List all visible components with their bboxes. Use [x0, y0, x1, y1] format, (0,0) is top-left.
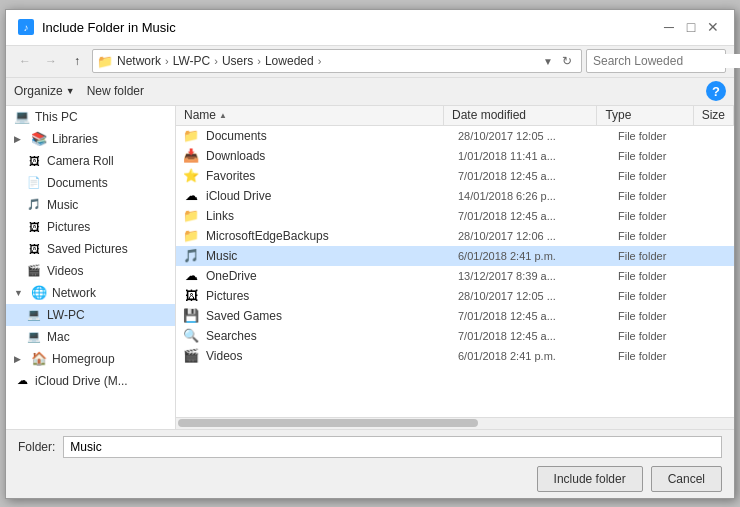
file-type-icon: 📁 — [183, 128, 199, 144]
file-date: 6/01/2018 2:41 p.m. — [458, 350, 618, 362]
file-name: Saved Games — [206, 309, 458, 323]
table-row[interactable]: ☁ iCloud Drive 14/01/2018 6:26 p... File… — [176, 186, 734, 206]
documents-icon: 📄 — [26, 175, 42, 191]
table-row[interactable]: 📥 Downloads 1/01/2018 11:41 a... File fo… — [176, 146, 734, 166]
sidebar-item-pictures[interactable]: 🖼 Pictures — [6, 216, 175, 238]
file-date: 14/01/2018 6:26 p... — [458, 190, 618, 202]
lw-pc-icon: 💻 — [26, 307, 42, 323]
sidebar-item-network[interactable]: ▼ 🌐 Network — [6, 282, 175, 304]
sidebar-label-this-pc: This PC — [35, 110, 78, 124]
sidebar-item-homegroup[interactable]: ▶ 🏠 Homegroup — [6, 348, 175, 370]
file-name: MicrosoftEdgeBackups — [206, 229, 458, 243]
file-type: File folder — [618, 350, 718, 362]
search-bar[interactable]: 🔍 — [586, 49, 726, 73]
table-row[interactable]: 📁 MicrosoftEdgeBackups 28/10/2017 12:06 … — [176, 226, 734, 246]
file-date: 6/01/2018 2:41 p.m. — [458, 250, 618, 262]
homegroup-icon: 🏠 — [31, 351, 47, 367]
file-icon-col: 🖼 — [176, 288, 206, 304]
new-folder-button[interactable]: New folder — [87, 84, 144, 98]
sidebar-item-libraries[interactable]: ▶ 📚 Libraries — [6, 128, 175, 150]
col-size-label: Size — [702, 108, 725, 122]
libraries-expand-icon: ▶ — [14, 134, 26, 144]
file-icon-col: 💾 — [176, 308, 206, 324]
file-type-icon: 📁 — [183, 228, 199, 244]
table-row[interactable]: 📁 Links 7/01/2018 12:45 a... File folder — [176, 206, 734, 226]
search-input[interactable] — [593, 54, 740, 68]
file-type-icon: 📥 — [183, 148, 199, 164]
table-row[interactable]: 📁 Documents 28/10/2017 12:05 ... File fo… — [176, 126, 734, 146]
refresh-button[interactable]: ↻ — [557, 51, 577, 71]
close-button[interactable]: ✕ — [704, 18, 722, 36]
file-icon-col: 📁 — [176, 128, 206, 144]
mac-icon: 💻 — [26, 329, 42, 345]
file-date: 7/01/2018 12:45 a... — [458, 170, 618, 182]
file-date: 13/12/2017 8:39 a... — [458, 270, 618, 282]
file-name: OneDrive — [206, 269, 458, 283]
sidebar-label-saved-pictures: Saved Pictures — [47, 242, 128, 256]
file-type: File folder — [618, 190, 718, 202]
file-type: File folder — [618, 330, 718, 342]
camera-roll-icon: 🖼 — [26, 153, 42, 169]
table-row[interactable]: 🎬 Videos 6/01/2018 2:41 p.m. File folder — [176, 346, 734, 366]
title-bar: ♪ Include Folder in Music ─ □ ✕ — [6, 10, 734, 46]
col-header-size[interactable]: Size — [694, 106, 734, 125]
h-scroll-thumb[interactable] — [178, 419, 478, 427]
file-type-icon: 🎵 — [183, 248, 199, 264]
address-bar[interactable]: 📁 Network › LW-PC › Users › Loweded › ▼ … — [92, 49, 582, 73]
sidebar-label-network: Network — [52, 286, 96, 300]
file-date: 1/01/2018 11:41 a... — [458, 150, 618, 162]
maximize-button[interactable]: □ — [682, 18, 700, 36]
sidebar-item-videos[interactable]: 🎬 Videos — [6, 260, 175, 282]
file-type-icon: 🔍 — [183, 328, 199, 344]
include-folder-button[interactable]: Include folder — [537, 466, 643, 492]
sidebar-item-camera-roll[interactable]: 🖼 Camera Roll — [6, 150, 175, 172]
breadcrumb-loweded[interactable]: Loweded — [265, 54, 314, 68]
cancel-button[interactable]: Cancel — [651, 466, 722, 492]
file-list-header: Name ▲ Date modified Type Size — [176, 106, 734, 126]
sidebar-label-music: Music — [47, 198, 78, 212]
breadcrumb-users[interactable]: Users — [222, 54, 253, 68]
file-type-icon: 🖼 — [183, 288, 199, 304]
table-row[interactable]: 💾 Saved Games 7/01/2018 12:45 a... File … — [176, 306, 734, 326]
file-date: 7/01/2018 12:45 a... — [458, 210, 618, 222]
saved-pictures-icon: 🖼 — [26, 241, 42, 257]
sidebar-item-saved-pictures[interactable]: 🖼 Saved Pictures — [6, 238, 175, 260]
organize-button[interactable]: Organize ▼ — [14, 84, 75, 98]
homegroup-expand-icon: ▶ — [14, 354, 26, 364]
table-row[interactable]: 🎵 Music 6/01/2018 2:41 p.m. File folder — [176, 246, 734, 266]
sidebar-item-documents[interactable]: 📄 Documents — [6, 172, 175, 194]
sidebar-item-music[interactable]: 🎵 Music — [6, 194, 175, 216]
file-icon-col: 🎬 — [176, 348, 206, 364]
icloud-icon: ☁ — [14, 373, 30, 389]
file-type-icon: ⭐ — [183, 168, 199, 184]
sidebar-label-libraries: Libraries — [52, 132, 98, 146]
breadcrumb-network[interactable]: Network — [117, 54, 161, 68]
back-button[interactable]: ← — [14, 50, 36, 72]
table-row[interactable]: 🔍 Searches 7/01/2018 12:45 a... File fol… — [176, 326, 734, 346]
help-button[interactable]: ? — [706, 81, 726, 101]
col-header-date[interactable]: Date modified — [444, 106, 597, 125]
table-row[interactable]: ⭐ Favorites 7/01/2018 12:45 a... File fo… — [176, 166, 734, 186]
sidebar-item-mac[interactable]: 💻 Mac — [6, 326, 175, 348]
file-type: File folder — [618, 130, 718, 142]
sidebar-item-icloud[interactable]: ☁ iCloud Drive (M... — [6, 370, 175, 392]
col-header-name[interactable]: Name ▲ — [176, 106, 444, 125]
col-header-type[interactable]: Type — [597, 106, 693, 125]
table-row[interactable]: 🖼 Pictures 28/10/2017 12:05 ... File fol… — [176, 286, 734, 306]
sidebar-item-this-pc[interactable]: 💻 This PC — [6, 106, 175, 128]
minimize-button[interactable]: ─ — [660, 18, 678, 36]
table-row[interactable]: ☁ OneDrive 13/12/2017 8:39 a... File fol… — [176, 266, 734, 286]
up-button[interactable]: ↑ — [66, 50, 88, 72]
address-dropdown-icon[interactable]: ▼ — [543, 56, 553, 67]
sidebar-item-lw-pc[interactable]: 💻 LW-PC — [6, 304, 175, 326]
folder-input[interactable] — [63, 436, 722, 458]
horizontal-scrollbar[interactable] — [176, 417, 734, 429]
sidebar: 💻 This PC ▶ 📚 Libraries 🖼 Camera Roll 📄 … — [6, 106, 176, 429]
file-type: File folder — [618, 290, 718, 302]
col-date-label: Date modified — [452, 108, 526, 122]
file-name: Searches — [206, 329, 458, 343]
network-expand-icon: ▼ — [14, 288, 26, 298]
folder-label: Folder: — [18, 440, 55, 454]
forward-button[interactable]: → — [40, 50, 62, 72]
breadcrumb-lwpc[interactable]: LW-PC — [173, 54, 211, 68]
